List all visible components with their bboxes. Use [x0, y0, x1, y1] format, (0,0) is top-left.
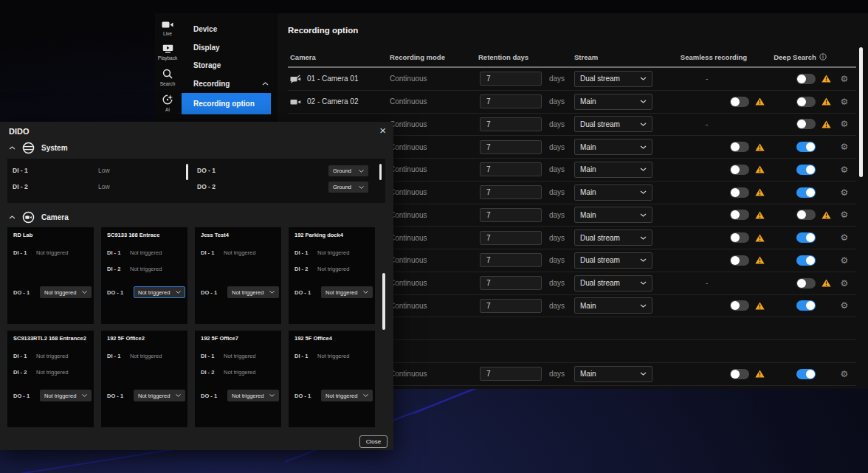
settings-gear-icon[interactable]: ⚙ — [841, 120, 849, 128]
retention-days-input[interactable] — [480, 299, 542, 313]
do-trigger-select[interactable]: Not triggered — [321, 286, 373, 298]
menu-item-recording[interactable]: Recording — [180, 75, 278, 94]
camera-card-title: 192 5F Office2 — [107, 335, 185, 342]
retention-days-input[interactable] — [480, 276, 542, 290]
deep-search-toggle[interactable] — [796, 119, 816, 129]
do-select-value: Not triggered — [326, 393, 357, 399]
info-icon[interactable] — [819, 53, 827, 61]
seamless-recording-toggle[interactable] — [730, 142, 749, 152]
retention-days-input[interactable] — [480, 253, 542, 267]
deep-search-toggle[interactable] — [796, 142, 816, 152]
nav-item-live[interactable]: Live — [162, 21, 173, 36]
settings-gear-icon[interactable]: ⚙ — [841, 142, 849, 151]
seamless-recording-toggle[interactable] — [730, 165, 749, 175]
deep-search-toggle[interactable] — [796, 74, 816, 84]
retention-days-input[interactable] — [480, 185, 542, 199]
deep-search-toggle[interactable] — [796, 278, 816, 289]
close-icon[interactable]: × — [379, 124, 386, 137]
settings-gear-icon[interactable]: ⚙ — [841, 97, 849, 106]
stream-select[interactable]: Main — [574, 184, 652, 201]
di-value: Not triggered — [36, 369, 68, 376]
stream-select[interactable]: Main — [574, 366, 652, 382]
do-trigger-select[interactable]: Not triggered — [321, 390, 373, 401]
settings-gear-icon[interactable]: ⚙ — [841, 165, 849, 174]
settings-gear-icon[interactable]: ⚙ — [841, 301, 849, 310]
do-trigger-select[interactable]: Not triggered — [134, 286, 185, 298]
modal-scrollbar-thumb[interactable] — [382, 273, 385, 330]
menu-item-device[interactable]: Device — [180, 21, 278, 39]
deep-search-toggle[interactable] — [796, 255, 816, 266]
main-scrollbar-thumb[interactable] — [859, 47, 863, 177]
stream-select[interactable]: Dual stream — [574, 275, 652, 291]
deep-search-toggle[interactable] — [796, 97, 816, 107]
stream-select[interactable]: Main — [574, 139, 652, 155]
stream-select[interactable]: Main — [574, 207, 652, 223]
deep-search-cell — [768, 232, 833, 243]
do-ground-select[interactable]: Ground — [328, 182, 368, 193]
nav-item-ai[interactable]: AI — [162, 94, 173, 112]
deep-search-toggle[interactable] — [796, 232, 816, 243]
settings-gear-icon[interactable]: ⚙ — [841, 370, 849, 379]
do-trigger-select[interactable]: Not triggered — [227, 390, 279, 401]
close-button[interactable]: Close — [359, 435, 388, 448]
deep-search-toggle[interactable] — [796, 369, 816, 379]
settings-gear-icon[interactable]: ⚙ — [841, 75, 849, 83]
days-suffix: days — [549, 75, 565, 83]
stream-select[interactable]: Dual stream — [574, 252, 652, 269]
nav-label: AI — [165, 107, 170, 112]
stream-select[interactable]: Dual stream — [574, 116, 652, 132]
do-trigger-select[interactable]: Not triggered — [134, 390, 185, 401]
nav-item-playback[interactable]: Playback — [158, 44, 177, 61]
deep-search-toggle[interactable] — [796, 300, 816, 311]
seamless-recording-cell — [660, 369, 768, 379]
do-list-scrollbar[interactable] — [379, 164, 382, 180]
di-value: Not triggered — [36, 249, 68, 256]
seamless-recording-toggle[interactable] — [730, 210, 749, 220]
section-label: System — [41, 144, 68, 152]
settings-gear-icon[interactable]: ⚙ — [841, 256, 849, 265]
warning-icon — [755, 143, 765, 151]
system-section-header[interactable]: System — [9, 142, 68, 154]
retention-days-input[interactable] — [480, 72, 542, 86]
seamless-recording-toggle[interactable] — [730, 97, 749, 107]
stream-select[interactable]: Main — [574, 162, 652, 178]
retention-days-input[interactable] — [480, 117, 542, 131]
stream-select[interactable]: Dual stream — [574, 71, 652, 87]
retention-days-input[interactable] — [480, 140, 542, 154]
settings-gear-icon[interactable]: ⚙ — [841, 210, 849, 219]
table-row: 02 - Camera 02 Continuous days Main ⚙ — [288, 91, 856, 114]
camera-name: 01 - Camera 01 — [307, 75, 358, 83]
seamless-recording-toggle[interactable] — [730, 255, 749, 266]
di-list-scrollbar[interactable] — [186, 164, 188, 180]
settings-gear-icon[interactable]: ⚙ — [841, 233, 849, 242]
deep-search-toggle[interactable] — [796, 210, 816, 220]
settings-gear-icon[interactable]: ⚙ — [841, 279, 849, 288]
retention-days-input[interactable] — [480, 231, 542, 245]
do-trigger-select[interactable]: Not triggered — [227, 286, 279, 298]
menu-item-storage[interactable]: Storage — [180, 57, 278, 75]
stream-select-value: Main — [580, 370, 596, 378]
do-ground-select[interactable]: Ground — [328, 165, 368, 176]
nav-item-search[interactable]: Search — [160, 69, 176, 86]
retention-days-input[interactable] — [480, 94, 542, 108]
seamless-recording-toggle[interactable] — [730, 300, 749, 311]
do-trigger-select[interactable]: Not triggered — [40, 390, 92, 401]
retention-days-input[interactable] — [480, 208, 542, 222]
seamless-recording-toggle[interactable] — [730, 187, 749, 198]
seamless-recording-toggle[interactable] — [730, 369, 749, 379]
retention-days-input[interactable] — [480, 162, 542, 176]
menu-item-display[interactable]: Display — [180, 39, 278, 58]
do-trigger-select[interactable]: Not triggered — [40, 286, 92, 298]
settings-gear-icon[interactable]: ⚙ — [841, 188, 849, 197]
deep-search-toggle[interactable] — [796, 165, 816, 175]
deep-search-toggle[interactable] — [796, 187, 816, 198]
retention-days-input[interactable] — [480, 367, 542, 381]
seamless-recording-toggle[interactable] — [730, 232, 749, 243]
stream-select[interactable]: Dual stream — [574, 229, 652, 246]
stream-select[interactable]: Main — [574, 94, 652, 110]
camera-section-header[interactable]: Camera — [9, 211, 69, 224]
menu-item-recording-option[interactable]: Recording option — [182, 93, 271, 114]
warning-icon — [755, 165, 765, 173]
recording-mode-value: Continuous — [390, 211, 427, 219]
stream-select[interactable]: Main — [574, 297, 652, 314]
